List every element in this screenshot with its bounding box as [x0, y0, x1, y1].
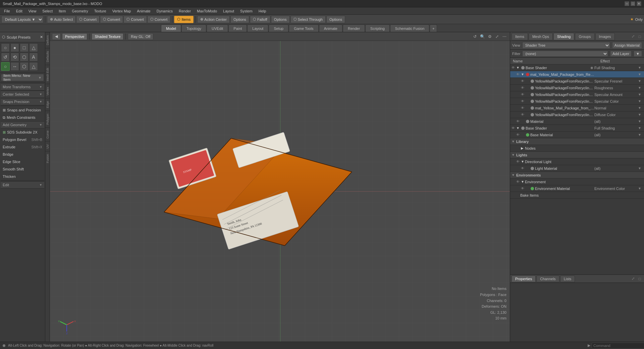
- arrow-7[interactable]: ▼: [638, 113, 643, 116]
- options-button-1[interactable]: Options: [230, 16, 249, 23]
- arrow-6[interactable]: ▼: [638, 106, 643, 110]
- eye-icon-2[interactable]: 👁: [521, 79, 526, 83]
- maximize-button[interactable]: □: [631, 1, 635, 6]
- expand-9[interactable]: ▼: [516, 126, 520, 130]
- convert-button-4[interactable]: ⬡ Convert: [147, 16, 171, 23]
- tool-rotate[interactable]: ↺: [1, 53, 10, 61]
- rb-tab-lists[interactable]: Lists: [560, 276, 575, 282]
- menu-item[interactable]: Item: [56, 8, 68, 14]
- convert-button-3[interactable]: ⬡ Convert: [123, 16, 147, 23]
- convert-button-2[interactable]: ⬡ Convert: [100, 16, 123, 23]
- shader-item-jor[interactable]: 👁 YellowMailPackageFromRecyclingPaper_JO…: [510, 78, 644, 85]
- side-tab-edge[interactable]: Edge: [45, 98, 50, 111]
- side-tab-vertex[interactable]: Vertex: [45, 84, 50, 98]
- viewport-more-icon[interactable]: ⋯: [501, 33, 508, 40]
- rb-expand-icon[interactable]: ⤢: [630, 276, 636, 282]
- viewport-zoom-icon[interactable]: 🔍: [479, 33, 486, 40]
- lights-expand[interactable]: ▼: [512, 153, 515, 157]
- menu-animate[interactable]: Animate: [134, 8, 153, 14]
- layout-dropdown[interactable]: Default Layouts ▼: [1, 16, 43, 23]
- tab-render[interactable]: Render: [343, 24, 365, 32]
- tool-sphere[interactable]: ●: [10, 43, 19, 52]
- side-tab-polygon[interactable]: Polygon: [45, 111, 50, 128]
- eye-icon-env[interactable]: 👁: [516, 180, 521, 184]
- tab-scripting[interactable]: Scripting: [365, 24, 390, 32]
- eye-icon-3[interactable]: 👁: [521, 86, 526, 90]
- close-button[interactable]: ✕: [637, 1, 641, 6]
- side-tab-mesh-edit[interactable]: Mesh Edit: [45, 65, 50, 84]
- right-tab-groups[interactable]: Groups: [575, 33, 594, 40]
- shader-item-environment[interactable]: 👁 ▼ Environment: [510, 179, 644, 185]
- more-transforms-header[interactable]: More Transforms ▼: [1, 83, 44, 91]
- arrow-3[interactable]: ▼: [638, 86, 643, 90]
- sds-subdivide-item[interactable]: ⊞ SDS Subdivide 2X: [1, 129, 44, 136]
- viewport-shaded-texture[interactable]: Shaded Texture: [92, 33, 123, 40]
- items-button[interactable]: ⬡ Items: [174, 16, 194, 23]
- tool-move[interactable]: ↔: [10, 62, 19, 71]
- mesh-constraints-item[interactable]: ⧉ Mesh Constraints: [1, 114, 44, 121]
- shader-item-refle1[interactable]: 👁 YellowMailPackageFromRecyclingPaper_re…: [510, 91, 644, 98]
- convert-button-1[interactable]: ⬡ Convert: [76, 16, 100, 23]
- shader-item-base-shader-2[interactable]: 👁 ▼ Base Shader Full Shading ▼: [510, 125, 644, 132]
- eye-icon-8[interactable]: 👁: [516, 119, 521, 123]
- shader-item-refle2[interactable]: 👁 YellowMailPackageFromRecyclingPaper_re…: [510, 98, 644, 105]
- shader-item-nodes[interactable]: ▶ Nodes: [510, 145, 644, 152]
- tab-setup[interactable]: Setup: [269, 24, 288, 32]
- sculpt-presets-close[interactable]: ✕: [40, 35, 43, 39]
- eye-icon-4[interactable]: 👁: [521, 93, 526, 96]
- viewport-canvas[interactable]: STAMP Smith, John 123 Some Street New Ha…: [50, 41, 510, 342]
- viewport-reset-icon[interactable]: ↺: [472, 33, 478, 40]
- env-expand[interactable]: ▼: [512, 173, 515, 177]
- menu-render[interactable]: Render: [176, 8, 194, 14]
- tool-reset[interactable]: ⟲: [10, 53, 19, 61]
- rb-float-icon[interactable]: □: [637, 276, 643, 282]
- right-panel-float-icon[interactable]: □: [637, 34, 643, 40]
- tool-poly[interactable]: ⬡: [20, 62, 29, 71]
- view-select[interactable]: Shader Tree: [522, 42, 610, 49]
- expand-env[interactable]: ▼: [521, 180, 525, 184]
- right-tab-items[interactable]: Items: [512, 33, 528, 40]
- tool-select[interactable]: ○: [1, 62, 10, 71]
- eye-icon-0[interactable]: 👁: [512, 66, 516, 69]
- assign-material-button[interactable]: Assign Material: [612, 42, 642, 49]
- menu-file[interactable]: File: [1, 8, 13, 14]
- add-layer-button[interactable]: Add Layer: [610, 51, 632, 57]
- tab-layout[interactable]: Layout: [247, 24, 268, 32]
- shader-item-glos[interactable]: 👁 YellowMailPackageFromRecyclingPaper_gl…: [510, 85, 644, 91]
- menu-layout[interactable]: Layout: [220, 8, 237, 14]
- tab-game-tools[interactable]: Game Tools: [289, 24, 319, 32]
- arrow-10[interactable]: ▼: [638, 133, 643, 137]
- menu-vertex-map[interactable]: Vertex Map: [110, 8, 134, 14]
- eye-icon-1[interactable]: 👁: [516, 72, 521, 76]
- side-tab-defaults[interactable]: Defaults: [45, 48, 50, 65]
- center-selected-header[interactable]: Center Selected ▼: [1, 91, 44, 98]
- menu-texture[interactable]: Texture: [92, 8, 109, 14]
- command-input[interactable]: [592, 343, 644, 349]
- filter-select[interactable]: (none): [522, 51, 608, 57]
- smooth-shift-item[interactable]: Smooth Shift: [1, 165, 44, 173]
- menu-help[interactable]: Help: [256, 8, 269, 14]
- action-center-button[interactable]: ⊕ Action Center: [197, 16, 230, 23]
- expand-dl[interactable]: ▼: [521, 160, 525, 163]
- viewport-settings-icon[interactable]: ⚙: [486, 33, 493, 40]
- arrow-0[interactable]: ▼: [638, 66, 643, 69]
- eye-icon-7[interactable]: 👁: [521, 113, 526, 116]
- shader-item-diffuse[interactable]: 👁 YellowMailPackageFromRecyclingPaper_di…: [510, 111, 644, 118]
- tool-hex[interactable]: ⬡: [20, 53, 29, 61]
- tab-model[interactable]: Model: [161, 24, 181, 32]
- add-geometry-header[interactable]: Add Geometry ▼: [1, 121, 44, 129]
- shader-item-light-material[interactable]: 👁 Light Material (all) ▼: [510, 165, 644, 172]
- side-tab-deform[interactable]: Deform: [45, 32, 50, 48]
- tab-topology[interactable]: Topology: [181, 24, 206, 32]
- arrow-8[interactable]: ▼: [638, 119, 643, 123]
- viewport-nav-back[interactable]: ◀: [52, 33, 61, 40]
- arrow-em[interactable]: ▼: [638, 187, 643, 190]
- right-panel-expand-icon[interactable]: ⤢: [630, 34, 636, 40]
- expand-nodes[interactable]: ▶: [521, 146, 525, 150]
- tool-triangle[interactable]: △: [29, 43, 38, 52]
- expand-0[interactable]: ▼: [516, 66, 520, 69]
- shader-item-material[interactable]: 👁 Material (all) ▼: [510, 118, 644, 125]
- auto-select-button[interactable]: ⊕ Auto Select: [47, 16, 76, 23]
- minimize-button[interactable]: ─: [625, 1, 629, 6]
- shader-item-base-material[interactable]: 👁 Base Material (all) ▼: [510, 132, 644, 138]
